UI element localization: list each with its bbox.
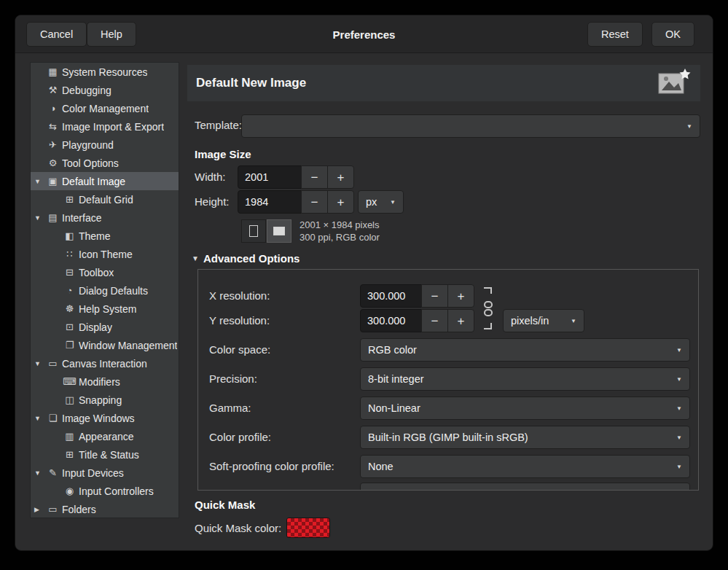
expander-icon[interactable]: ▼	[34, 469, 46, 477]
category-icon: ⇆	[46, 121, 60, 132]
sidebar-item-interface[interactable]: ▼ ▤ Interface	[31, 208, 179, 227]
sidebar-item-color-management[interactable]: ◑ Color Management	[31, 99, 179, 117]
chevron-down-icon: ▼	[686, 123, 692, 130]
category-icon: ⊞	[63, 449, 77, 460]
resolution-unit-dropdown[interactable]: pixels/in ▼	[503, 309, 584, 332]
sidebar-item-snapping[interactable]: ◫ Snapping	[31, 391, 179, 409]
height-input[interactable]	[238, 190, 302, 214]
sidebar-item-theme[interactable]: ◧ Theme	[31, 227, 179, 245]
advanced-options-expander[interactable]: ▼ Advanced Options	[192, 252, 300, 265]
ok-button[interactable]: OK	[651, 22, 694, 47]
color-space-value: RGB color	[368, 344, 417, 356]
color-profile-dropdown[interactable]: Built-in RGB (GIMP built-in sRGB) ▼	[360, 426, 690, 449]
size-unit-dropdown[interactable]: px ▼	[358, 190, 404, 214]
sidebar-item-default-image[interactable]: ▼ ▣ Default Image	[31, 172, 179, 190]
advanced-options-panel: X resolution: − + Y resolution: − + pixe…	[197, 269, 699, 491]
category-icon: ◑	[46, 103, 60, 114]
category-icon: ▣	[46, 176, 60, 187]
sidebar-item-input-devices[interactable]: ▼ ✎ Input Devices	[31, 464, 179, 482]
expander-down-icon: ▼	[192, 254, 199, 262]
sidebar-item-title-status[interactable]: ⊞ Title & Status	[31, 445, 179, 464]
precision-dropdown[interactable]: 8-bit integer ▼	[360, 367, 690, 391]
category-icon: ▭	[46, 358, 60, 369]
size-summary-line2: 300 ppi, RGB color	[300, 231, 380, 243]
sidebar-item-toolbox[interactable]: ⊟ Toolbox	[31, 263, 179, 281]
category-icon: ⌨	[63, 376, 77, 387]
height-decrement-button[interactable]: −	[301, 190, 328, 214]
template-dropdown[interactable]: ▼	[241, 114, 700, 138]
y-resolution-increment-button[interactable]: +	[447, 309, 474, 332]
sidebar-item-system-resources[interactable]: ▦ System Resources	[31, 63, 179, 81]
sidebar-item-image-import-export[interactable]: ⇆ Image Import & Export	[31, 117, 179, 136]
color-profile-value: Built-in RGB (GIMP built-in sRGB)	[368, 432, 528, 443]
sidebar-item-image-windows[interactable]: ▼ ❏ Image Windows	[31, 409, 179, 427]
sidebar-item-appearance[interactable]: ▥ Appearance	[31, 427, 179, 445]
x-resolution-increment-button[interactable]: +	[447, 284, 474, 308]
expander-icon[interactable]: ▼	[34, 178, 46, 185]
portrait-orientation-button[interactable]	[241, 219, 266, 243]
sidebar-item-display[interactable]: ⊡ Display	[31, 318, 179, 336]
unlinked-chain-icon[interactable]	[480, 283, 498, 334]
category-icon: ▥	[63, 431, 77, 442]
sidebar-item-playground[interactable]: ✈ Playground	[31, 136, 179, 154]
y-resolution-decrement-button[interactable]: −	[421, 309, 448, 332]
x-resolution-decrement-button[interactable]: −	[421, 284, 448, 308]
width-decrement-button[interactable]: −	[301, 165, 328, 189]
x-resolution-input[interactable]	[360, 284, 422, 308]
sidebar-item-label: Input Devices	[62, 467, 124, 479]
sidebar-item-default-grid[interactable]: ⊞ Default Grid	[31, 190, 179, 208]
soft-proofing-dropdown[interactable]: None ▼	[360, 455, 690, 478]
expander-icon[interactable]: ▼	[34, 214, 46, 222]
quick-mask-heading: Quick Mask	[195, 499, 255, 511]
sidebar-item-input-controllers[interactable]: ◉ Input Controllers	[31, 482, 179, 500]
sidebar-item-canvas-interaction[interactable]: ▼ ▭ Canvas Interaction	[31, 354, 179, 372]
y-resolution-label: Y resolution:	[209, 309, 270, 332]
category-icon: ▭	[46, 504, 60, 515]
height-increment-button[interactable]: +	[327, 190, 354, 214]
sidebar-item-label: Display	[79, 321, 112, 333]
category-icon: ⊞	[63, 194, 77, 205]
expander-icon[interactable]: ▶	[34, 506, 46, 513]
reset-button[interactable]: Reset	[587, 22, 643, 47]
y-resolution-input[interactable]	[360, 309, 422, 332]
sidebar-item-window-management[interactable]: ❐ Window Management	[31, 336, 179, 354]
sidebar-item-dialog-defaults[interactable]: ◔ Dialog Defaults	[31, 281, 179, 300]
sidebar-item-label: Folders	[62, 504, 96, 515]
sidebar-item-label: Modifiers	[79, 376, 120, 388]
sidebar-item-modifiers[interactable]: ⌨ Modifiers	[31, 372, 179, 391]
sidebar-item-help-system[interactable]: ☸ Help System	[31, 300, 179, 318]
sidebar-item-tool-options[interactable]: ⚙ Tool Options	[31, 154, 179, 172]
sidebar-item-label: Interface	[62, 212, 101, 224]
sidebar-item-label: Dialog Defaults	[79, 285, 148, 297]
width-increment-button[interactable]: +	[327, 165, 354, 189]
expander-icon[interactable]: ▼	[34, 415, 46, 422]
sidebar-item-label: Tool Options	[62, 157, 119, 169]
new-image-with-star-icon	[657, 67, 692, 99]
expander-icon[interactable]: ▼	[34, 360, 46, 367]
category-icon: ◔	[63, 285, 77, 296]
precision-value: 8-bit integer	[368, 373, 424, 385]
color-space-dropdown[interactable]: RGB color ▼	[360, 338, 690, 362]
sidebar-item-label: Toolbox	[79, 267, 114, 278]
sidebar-item-folders[interactable]: ▶ ▭ Folders	[31, 500, 179, 518]
gamma-dropdown[interactable]: Non-Linear ▼	[360, 397, 690, 420]
color-profile-label: Color profile:	[209, 426, 271, 449]
quick-mask-color-swatch[interactable]	[286, 518, 330, 538]
help-button[interactable]: Help	[87, 22, 136, 47]
chevron-down-icon: ▼	[676, 347, 682, 354]
quick-mask-color-label: Quick Mask color:	[195, 517, 281, 540]
clipped-next-dropdown	[360, 483, 690, 491]
height-label: Height:	[195, 190, 230, 214]
cancel-button[interactable]: Cancel	[26, 22, 87, 47]
color-space-label: Color space:	[209, 338, 270, 362]
category-icon: ◧	[63, 230, 77, 241]
width-input[interactable]	[238, 165, 302, 189]
sidebar-item-label: Snapping	[79, 394, 122, 406]
category-icon: ◫	[63, 394, 77, 405]
category-icon: ✎	[46, 467, 60, 478]
titlebar: Preferences Cancel Help Reset OK	[15, 15, 713, 53]
sidebar-item-icon-theme[interactable]: ∷ Icon Theme	[31, 245, 179, 263]
sidebar-item-debugging[interactable]: ⚒ Debugging	[31, 81, 179, 99]
sidebar-item-label: Color Management	[62, 103, 149, 114]
landscape-orientation-button[interactable]	[267, 219, 291, 243]
